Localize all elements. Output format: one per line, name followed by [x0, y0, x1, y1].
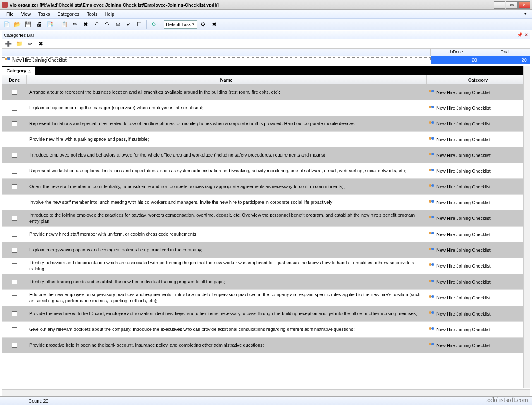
cat-header-total[interactable]: Total — [480, 49, 530, 56]
table-row[interactable]: Provide new hire with a parking space an… — [2, 132, 530, 147]
pin-button[interactable]: 📌 — [517, 32, 523, 38]
cat-header-undone[interactable]: UnDone — [431, 49, 480, 56]
done-cell — [2, 214, 27, 222]
apply-button[interactable]: ⚙ — [199, 20, 208, 29]
task-name: Introduce employee policies and behavior… — [27, 150, 427, 160]
done-checkbox[interactable] — [12, 280, 17, 284]
menu-help[interactable]: Help — [101, 11, 117, 17]
done-checkbox[interactable] — [12, 121, 17, 126]
redo-button[interactable]: ↷ — [103, 20, 112, 29]
table-row[interactable]: Identify behaviors and documentation whi… — [2, 258, 530, 274]
col-name[interactable]: Name — [27, 75, 427, 84]
table-row[interactable]: Represent workstation use options, limit… — [2, 163, 530, 179]
table-row[interactable]: Explain policy on informing the manager … — [2, 100, 530, 116]
done-checkbox[interactable] — [12, 169, 17, 174]
uncheck-icon: ☐ — [137, 22, 142, 27]
table-row[interactable]: Introduce to the joining employee the pr… — [2, 210, 530, 227]
task-category: New Hire Joining Checklist — [427, 135, 530, 144]
col-category[interactable]: Category △ — [427, 75, 530, 84]
people-icon — [429, 184, 435, 189]
done-checkbox[interactable] — [12, 153, 17, 158]
refresh-icon: ⟳ — [152, 22, 156, 27]
done-checkbox[interactable] — [12, 311, 17, 316]
table-row[interactable]: Identify other training needs and establ… — [2, 274, 530, 290]
table-row[interactable]: Provide the new hire with the ID card, e… — [2, 306, 530, 322]
task-category: New Hire Joining Checklist — [427, 278, 530, 286]
export-button[interactable]: 📑 — [45, 20, 54, 29]
save-icon: 💾 — [25, 22, 31, 27]
done-checkbox[interactable] — [12, 90, 17, 95]
menu-tools[interactable]: Tools — [84, 11, 101, 17]
table-row[interactable]: Arrange a tour to represent the business… — [2, 84, 530, 100]
done-checkbox[interactable] — [12, 295, 17, 300]
menu-overflow[interactable]: ▾ — [522, 10, 529, 17]
horizontal-scrollbar[interactable] — [2, 389, 530, 396]
menu-categories[interactable]: Categories — [54, 11, 83, 17]
minimize-button[interactable]: — — [494, 1, 505, 9]
table-row[interactable]: Introduce employee policies and behavior… — [2, 147, 530, 163]
done-checkbox[interactable] — [12, 184, 17, 189]
table-row[interactable]: Educate the new employee on supervisory … — [2, 290, 530, 306]
table-row[interactable]: Give out any relevant booklets about the… — [2, 322, 530, 338]
table-row[interactable]: Represent limitations and special rules … — [2, 116, 530, 132]
task-icon: 📋 — [61, 22, 67, 27]
people-icon — [429, 169, 435, 174]
print-button[interactable]: 🖨 — [34, 20, 43, 29]
menu-file[interactable]: File — [3, 11, 17, 17]
uncheck-button[interactable]: ☐ — [135, 20, 144, 29]
clear-button[interactable]: ✖ — [209, 20, 218, 29]
close-panel-button[interactable]: ✕ — [525, 32, 528, 38]
table-row[interactable]: Orient the new staff member in confident… — [2, 179, 530, 195]
cat-edit-button[interactable]: ✏ — [25, 39, 34, 48]
done-checkbox[interactable] — [12, 232, 17, 237]
category-row[interactable]: New Hire Joining Checklist 20 20 — [2, 56, 530, 64]
open-button[interactable]: 📂 — [13, 20, 22, 29]
mail-button[interactable]: ✉ — [113, 20, 122, 29]
category-name: New Hire Joining Checklist — [12, 58, 67, 63]
done-checkbox[interactable] — [12, 200, 17, 205]
delete-button[interactable]: ✖ — [81, 20, 90, 29]
task-category: New Hire Joining Checklist — [427, 310, 530, 318]
save-button[interactable]: 💾 — [24, 20, 33, 29]
done-cell — [2, 341, 27, 350]
done-checkbox[interactable] — [12, 137, 17, 142]
cat-new-button[interactable]: ➕ — [4, 39, 13, 48]
table-row[interactable]: Provide proactive help in opening the ba… — [2, 338, 530, 353]
app-window: Vip organizer [M:\Vlad\Checklists\Employ… — [0, 0, 532, 405]
close-button[interactable]: ✕ — [518, 1, 530, 9]
filter-combo[interactable]: Default Task ▼ — [164, 20, 197, 29]
edit-button[interactable]: ✏ — [70, 20, 79, 29]
people-icon — [5, 58, 11, 63]
done-checkbox[interactable] — [12, 106, 17, 111]
check-button[interactable]: ✓ — [124, 20, 133, 29]
new-doc-button[interactable]: 📄 — [2, 20, 11, 29]
done-checkbox[interactable] — [12, 263, 17, 268]
cat-sub-button[interactable]: 📁 — [14, 39, 24, 48]
table-row[interactable]: Explain energy-saving options and ecolog… — [2, 242, 530, 258]
task-category: New Hire Joining Checklist — [427, 167, 530, 175]
group-header[interactable]: Category △ — [2, 67, 35, 75]
refresh-button[interactable]: ⟳ — [149, 20, 158, 29]
done-checkbox[interactable] — [12, 216, 17, 221]
vertical-scrollbar[interactable] — [523, 66, 530, 388]
new-task-button[interactable]: 📋 — [60, 20, 69, 29]
menu-tasks[interactable]: Tasks — [35, 11, 53, 17]
task-name: Give out any relevant booklets about the… — [27, 325, 427, 334]
group-row[interactable]: Category △ — [2, 66, 530, 75]
check-icon: ✓ — [127, 22, 131, 27]
menu-view[interactable]: View — [18, 11, 34, 17]
cat-header-name[interactable] — [2, 49, 431, 56]
table-row[interactable]: Provide newly hired staff member with un… — [2, 227, 530, 242]
cat-del-button[interactable]: ✖ — [36, 39, 45, 48]
table-row[interactable]: Involve the new staff member into lunch … — [2, 195, 530, 210]
del-cat-icon: ✖ — [38, 41, 43, 46]
maximize-button[interactable]: ▭ — [506, 1, 518, 9]
done-checkbox[interactable] — [12, 248, 17, 253]
grid-body[interactable]: Arrange a tour to represent the business… — [2, 84, 530, 389]
col-done[interactable]: Done — [2, 75, 27, 84]
done-checkbox[interactable] — [12, 327, 17, 332]
done-cell — [2, 325, 27, 334]
done-checkbox[interactable] — [12, 343, 17, 348]
undo-button[interactable]: ↶ — [92, 20, 101, 29]
task-name: Represent limitations and special rules … — [27, 119, 427, 128]
